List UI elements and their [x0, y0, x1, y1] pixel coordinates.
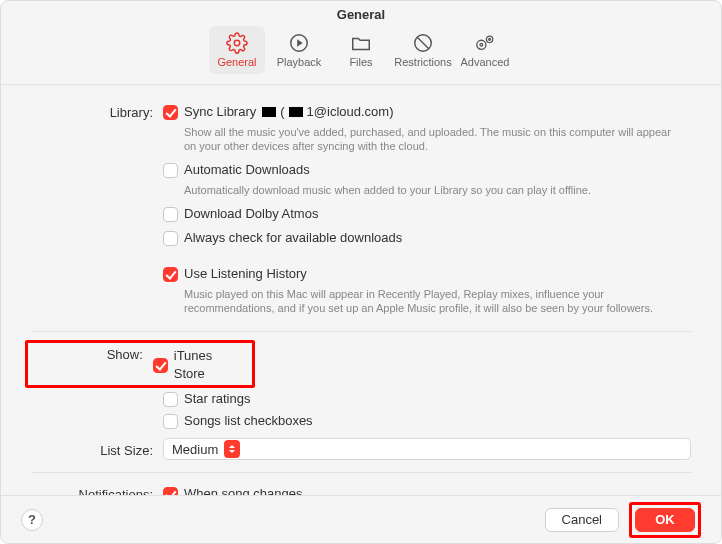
no-entry-icon — [412, 32, 434, 54]
tab-advanced[interactable]: Advanced — [457, 26, 513, 74]
toolbar: General Playback Files Restrictions Adva… — [1, 24, 721, 85]
listening-history-subtext: Music played on this Mac will appear in … — [163, 287, 691, 315]
tab-restrictions[interactable]: Restrictions — [395, 26, 451, 74]
library-label: Library: — [31, 103, 163, 120]
svg-point-4 — [480, 43, 483, 46]
itunes-store-label: iTunes Store — [174, 347, 246, 383]
star-ratings-checkbox[interactable] — [163, 392, 178, 407]
help-button[interactable]: ? — [21, 509, 43, 531]
highlight-ok: OK — [629, 502, 701, 538]
tab-label: Playback — [277, 56, 322, 68]
svg-point-5 — [486, 36, 492, 42]
show-label: Show: — [28, 345, 153, 362]
tab-label: Files — [349, 56, 372, 68]
tab-label: General — [217, 56, 256, 68]
download-dolby-label: Download Dolby Atmos — [184, 205, 318, 223]
tab-label: Advanced — [461, 56, 510, 68]
listening-history-label: Use Listening History — [184, 265, 307, 283]
divider — [31, 472, 691, 473]
sync-library-checkbox[interactable] — [163, 105, 178, 120]
content-area: Library: Sync Library ( 1@icloud.com) Sh… — [1, 85, 721, 507]
listening-history-checkbox[interactable] — [163, 267, 178, 282]
automatic-downloads-checkbox[interactable] — [163, 163, 178, 178]
list-size-select[interactable]: Medium — [163, 438, 691, 460]
redacted-block — [289, 107, 303, 117]
songs-list-checkboxes-checkbox[interactable] — [163, 414, 178, 429]
automatic-downloads-label: Automatic Downloads — [184, 161, 310, 179]
gear-icon — [226, 32, 248, 54]
itunes-store-checkbox[interactable] — [153, 358, 168, 373]
play-circle-icon — [288, 32, 310, 54]
songs-list-checkboxes-label: Songs list checkboxes — [184, 412, 313, 430]
highlight-show-itunes: Show: iTunes Store — [25, 340, 255, 388]
sync-library-subtext: Show all the music you've added, purchas… — [163, 125, 691, 153]
tab-label: Restrictions — [394, 56, 451, 68]
list-size-label: List Size: — [31, 441, 163, 458]
download-dolby-checkbox[interactable] — [163, 207, 178, 222]
tab-general[interactable]: General — [209, 26, 265, 74]
chevron-up-down-icon — [224, 440, 240, 458]
redacted-block — [262, 107, 276, 117]
tab-files[interactable]: Files — [333, 26, 389, 74]
ok-button[interactable]: OK — [635, 508, 695, 532]
automatic-downloads-subtext: Automatically download music when added … — [163, 183, 691, 197]
check-downloads-checkbox[interactable] — [163, 231, 178, 246]
footer: ? Cancel OK — [1, 495, 721, 543]
svg-point-3 — [477, 40, 486, 49]
folder-icon — [350, 32, 372, 54]
svg-point-6 — [489, 38, 491, 40]
gears-icon — [474, 32, 496, 54]
list-size-value: Medium — [172, 442, 218, 457]
cancel-button[interactable]: Cancel — [545, 508, 619, 532]
preferences-window: General General Playback Files — [0, 0, 722, 544]
check-downloads-label: Always check for available downloads — [184, 229, 402, 247]
tab-playback[interactable]: Playback — [271, 26, 327, 74]
window-title: General — [1, 1, 721, 24]
sync-library-label: Sync Library ( 1@icloud.com) — [184, 103, 394, 121]
star-ratings-label: Star ratings — [184, 390, 250, 408]
svg-point-0 — [234, 40, 240, 46]
divider — [31, 331, 691, 332]
